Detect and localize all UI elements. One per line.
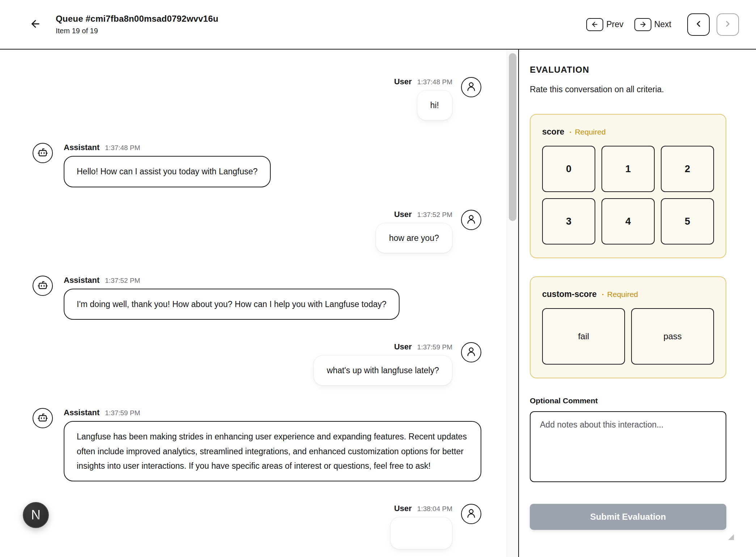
- comment-input[interactable]: [530, 411, 726, 482]
- avatar: [461, 504, 481, 524]
- message-header: User 1:37:48 PM: [394, 77, 452, 86]
- criteria-list: score ·Required 012345 custom-score ·Req…: [530, 114, 726, 378]
- option-pass-button[interactable]: pass: [631, 308, 714, 365]
- option-2-button[interactable]: 2: [661, 146, 714, 192]
- scrollbar-thumb[interactable]: [509, 53, 516, 221]
- message-header: Assistant 1:37:52 PM: [64, 276, 400, 285]
- chat-message: User 1:37:59 PM what's up with langfuse …: [33, 342, 481, 386]
- page-title: Queue #cmi7fba8n00msad0792wvv16u: [56, 14, 218, 24]
- option-3-button[interactable]: 3: [542, 198, 595, 245]
- message-content: User 1:37:52 PM how are you?: [376, 210, 452, 253]
- prev-item-button[interactable]: Prev: [586, 18, 623, 31]
- message-timestamp: 1:37:59 PM: [105, 409, 140, 417]
- message-header: User 1:37:59 PM: [394, 342, 452, 352]
- item-progress: Item 19 of 19: [56, 27, 218, 35]
- user-avatar-icon: [466, 346, 477, 358]
- message-content: User 1:37:59 PM what's up with langfuse …: [313, 342, 452, 386]
- message-author: User: [394, 342, 412, 352]
- message-timestamp: 1:37:52 PM: [417, 211, 452, 219]
- arrow-right-icon: [634, 18, 651, 31]
- message-header: User 1:38:04 PM: [394, 504, 452, 513]
- avatar: [461, 77, 481, 97]
- message-timestamp: 1:38:04 PM: [417, 505, 452, 513]
- message-bubble: hi!: [417, 90, 452, 120]
- message-bubble: Hello! How can I assist you today with L…: [64, 156, 271, 187]
- bot-avatar-icon: [37, 147, 48, 159]
- avatar: [461, 342, 481, 362]
- message-timestamp: 1:37:48 PM: [105, 144, 140, 152]
- nextjs-dev-badge[interactable]: N: [23, 502, 49, 528]
- criterion-name: score: [542, 127, 564, 137]
- message-author: User: [394, 210, 412, 219]
- avatar: [33, 276, 53, 296]
- chevron-left-icon: [694, 19, 703, 30]
- chat-message: User 1:37:48 PM hi!: [33, 77, 481, 120]
- chat-message: User 1:38:04 PM: [33, 504, 481, 549]
- page-back-button[interactable]: [687, 13, 710, 36]
- avatar: [33, 143, 53, 163]
- message-author: User: [394, 77, 412, 86]
- option-1-button[interactable]: 1: [601, 146, 655, 192]
- chat-message-list: User 1:37:48 PM hi! Assistant 1:37:48 PM…: [33, 77, 481, 549]
- message-content: User 1:38:04 PM: [390, 504, 452, 549]
- message-timestamp: 1:37:52 PM: [105, 277, 140, 285]
- conversation-panel: User 1:37:48 PM hi! Assistant 1:37:48 PM…: [0, 50, 507, 557]
- header-titles: Queue #cmi7fba8n00msad0792wvv16u Item 19…: [56, 14, 218, 35]
- back-button[interactable]: [28, 17, 43, 33]
- option-5-button[interactable]: 5: [661, 198, 714, 245]
- message-content: User 1:37:48 PM hi!: [394, 77, 452, 120]
- message-header: Assistant 1:37:48 PM: [64, 143, 271, 152]
- bot-avatar-icon: [37, 280, 48, 292]
- message-timestamp: 1:37:48 PM: [417, 78, 452, 86]
- option-0-button[interactable]: 0: [542, 146, 595, 192]
- message-content: Assistant 1:37:48 PM Hello! How can I as…: [64, 143, 271, 187]
- message-content: Assistant 1:37:52 PM I'm doing well, tha…: [64, 276, 400, 320]
- message-content: Assistant 1:37:59 PM Langfuse has been m…: [64, 408, 481, 481]
- user-avatar-icon: [466, 81, 477, 93]
- criterion-name: custom-score: [542, 289, 597, 299]
- avatar: [33, 408, 53, 428]
- next-label: Next: [654, 20, 671, 29]
- user-avatar-icon: [466, 214, 477, 226]
- message-author: Assistant: [64, 408, 100, 417]
- pager-buttons: [687, 13, 739, 36]
- arrow-left-icon: [30, 18, 41, 31]
- header-nav: Prev Next: [586, 13, 739, 36]
- message-bubble: I'm doing well, thank you! How about you…: [64, 289, 400, 320]
- arrow-left-icon: [586, 18, 603, 31]
- criterion-header: score ·Required: [542, 127, 714, 137]
- chevron-right-icon: [723, 19, 732, 30]
- criterion-card: custom-score ·Required failpass: [530, 276, 726, 378]
- message-author: Assistant: [64, 143, 100, 152]
- chat-message: User 1:37:52 PM how are you?: [33, 210, 481, 253]
- evaluation-heading: EVALUATION: [530, 65, 726, 75]
- message-timestamp: 1:37:59 PM: [417, 343, 452, 351]
- prev-label: Prev: [606, 20, 623, 29]
- message-bubble: how are you?: [376, 223, 452, 253]
- avatar: [461, 210, 481, 230]
- message-bubble: [390, 517, 452, 549]
- criterion-options: 012345: [542, 146, 714, 245]
- message-header: User 1:37:52 PM: [394, 210, 452, 219]
- comment-label: Optional Comment: [530, 396, 726, 405]
- message-bubble: Langfuse has been making strides in enha…: [64, 421, 481, 481]
- next-item-button[interactable]: Next: [634, 18, 671, 31]
- message-author: Assistant: [64, 276, 100, 285]
- criterion-card: score ·Required 012345: [530, 114, 726, 258]
- bot-avatar-icon: [37, 412, 48, 424]
- message-header: Assistant 1:37:59 PM: [64, 408, 481, 417]
- header: Queue #cmi7fba8n00msad0792wvv16u Item 19…: [0, 0, 756, 50]
- chat-message: Assistant 1:37:59 PM Langfuse has been m…: [33, 408, 481, 481]
- criterion-options: failpass: [542, 308, 714, 365]
- chat-message: Assistant 1:37:52 PM I'm doing well, tha…: [33, 276, 481, 320]
- option-fail-button[interactable]: fail: [542, 308, 625, 365]
- page-forward-button[interactable]: [717, 13, 739, 36]
- submit-evaluation-button[interactable]: Submit Evaluation: [530, 504, 726, 530]
- chat-message: Assistant 1:37:48 PM Hello! How can I as…: [33, 143, 481, 187]
- option-4-button[interactable]: 4: [601, 198, 655, 245]
- main-body: User 1:37:48 PM hi! Assistant 1:37:48 PM…: [0, 50, 756, 557]
- nextjs-logo: N: [31, 509, 41, 522]
- evaluation-subtitle: Rate this conversation on all criteria.: [530, 85, 726, 94]
- required-badge: ·Required: [569, 128, 605, 136]
- chat-scrollbar-track[interactable]: [507, 50, 518, 557]
